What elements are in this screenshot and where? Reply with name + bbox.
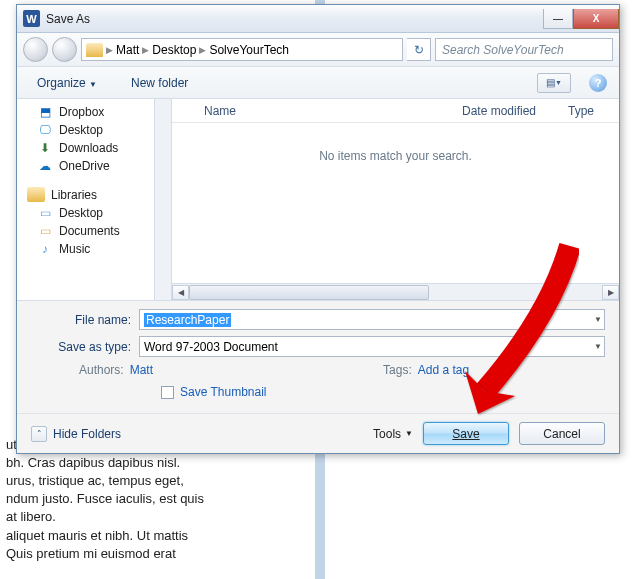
sidebar-item-libraries[interactable]: Libraries [17, 185, 171, 204]
new-folder-button[interactable]: New folder [123, 73, 196, 93]
libraries-icon [27, 187, 45, 202]
authors-label: Authors: [79, 363, 124, 377]
bg-line: ndum justo. Fusce iaculis, est quis [6, 490, 286, 508]
chevron-down-icon[interactable]: ▼ [594, 342, 602, 351]
column-headers[interactable]: Name Date modified Type [172, 99, 619, 123]
save-button[interactable]: Save [423, 422, 509, 445]
cancel-button[interactable]: Cancel [519, 422, 605, 445]
dropbox-icon: ⬒ [37, 105, 53, 119]
view-button[interactable]: ▤ ▼ [537, 73, 571, 93]
chevron-right-icon: ▶ [142, 45, 149, 55]
chevron-right-icon: ▶ [199, 45, 206, 55]
sidebar-item-desktop[interactable]: 🖵Desktop [17, 121, 171, 139]
filename-input[interactable]: ResearchPaper▼ [139, 309, 605, 330]
tags-value[interactable]: Add a tag [418, 363, 469, 377]
nav-tree: ⬒Dropbox 🖵Desktop ⬇Downloads ☁OneDrive L… [17, 99, 172, 300]
refresh-button[interactable]: ↻ [407, 38, 431, 61]
document-icon: ▭ [37, 224, 53, 238]
sidebar-item-lib-desktop[interactable]: ▭Desktop [17, 204, 171, 222]
breadcrumb[interactable]: ▶ Matt ▶ Desktop ▶ SolveYourTech [81, 38, 403, 61]
close-button[interactable]: X [573, 9, 619, 29]
toolbar: Organize ▼ New folder ▤ ▼ ? [17, 67, 619, 99]
forward-button[interactable] [52, 37, 77, 62]
tags-label: Tags: [383, 363, 412, 377]
col-type[interactable]: Type [560, 104, 602, 118]
bg-line: aliquet mauris et nibh. Ut mattis [6, 527, 286, 545]
chevron-down-icon: ▼ [89, 80, 97, 89]
form-area: File name: ResearchPaper▼ Save as type: … [17, 300, 619, 413]
chevron-down-icon: ▼ [405, 429, 413, 438]
sidebar-item-dropbox[interactable]: ⬒Dropbox [17, 103, 171, 121]
nav-bar: ▶ Matt ▶ Desktop ▶ SolveYourTech ↻ Searc… [17, 33, 619, 67]
back-button[interactable] [23, 37, 48, 62]
horizontal-scrollbar[interactable]: ◀ ▶ [172, 283, 619, 300]
savetype-label: Save as type: [31, 340, 139, 354]
organize-button[interactable]: Organize ▼ [29, 73, 105, 93]
save-thumbnail-label[interactable]: Save Thumbnail [180, 385, 267, 399]
button-bar: ˄Hide Folders Tools ▼ Save Cancel [17, 413, 619, 453]
onedrive-icon: ☁ [37, 159, 53, 173]
sidebar-item-downloads[interactable]: ⬇Downloads [17, 139, 171, 157]
empty-message: No items match your search. [172, 123, 619, 283]
breadcrumb-seg[interactable]: Matt [116, 43, 139, 57]
titlebar[interactable]: W Save As — X [17, 5, 619, 33]
chevron-right-icon: ▶ [106, 45, 113, 55]
col-name[interactable]: Name [196, 104, 454, 118]
scroll-left-icon[interactable]: ◀ [172, 285, 189, 300]
bg-line: at libero. [6, 508, 286, 526]
breadcrumb-seg[interactable]: Desktop [152, 43, 196, 57]
sidebar-item-onedrive[interactable]: ☁OneDrive [17, 157, 171, 175]
search-input[interactable]: Search SolveYourTech [435, 38, 613, 61]
save-thumbnail-checkbox[interactable] [161, 386, 174, 399]
sidebar-item-lib-music[interactable]: ♪Music [17, 240, 171, 258]
minimize-button[interactable]: — [543, 9, 573, 29]
savetype-select[interactable]: Word 97-2003 Document▼ [139, 336, 605, 357]
col-date[interactable]: Date modified [454, 104, 560, 118]
authors-value[interactable]: Matt [130, 363, 153, 377]
help-icon[interactable]: ? [589, 74, 607, 92]
chevron-up-icon: ˄ [31, 426, 47, 442]
bg-line: urus, tristique ac, tempus eget, [6, 472, 286, 490]
chevron-down-icon[interactable]: ▼ [594, 315, 602, 324]
bg-line: Quis pretium mi euismod erat [6, 545, 286, 563]
hide-folders-button[interactable]: ˄Hide Folders [31, 426, 121, 442]
breadcrumb-seg[interactable]: SolveYourTech [209, 43, 289, 57]
folder-icon: ▭ [37, 206, 53, 220]
folder-icon [86, 43, 103, 57]
tree-scrollbar[interactable] [154, 99, 171, 300]
scroll-right-icon[interactable]: ▶ [602, 285, 619, 300]
scroll-thumb[interactable] [189, 285, 429, 300]
music-icon: ♪ [37, 242, 53, 256]
downloads-icon: ⬇ [37, 141, 53, 155]
file-list: Name Date modified Type No items match y… [172, 99, 619, 300]
sidebar-item-lib-documents[interactable]: ▭Documents [17, 222, 171, 240]
word-icon: W [23, 10, 40, 27]
desktop-icon: 🖵 [37, 123, 53, 137]
tools-button[interactable]: Tools ▼ [373, 427, 413, 441]
window-title: Save As [46, 12, 543, 26]
filename-label: File name: [31, 313, 139, 327]
bg-line: bh. Cras dapibus dapibus nisl. [6, 454, 286, 472]
save-as-dialog: W Save As — X ▶ Matt ▶ Desktop ▶ SolveYo… [16, 4, 620, 454]
